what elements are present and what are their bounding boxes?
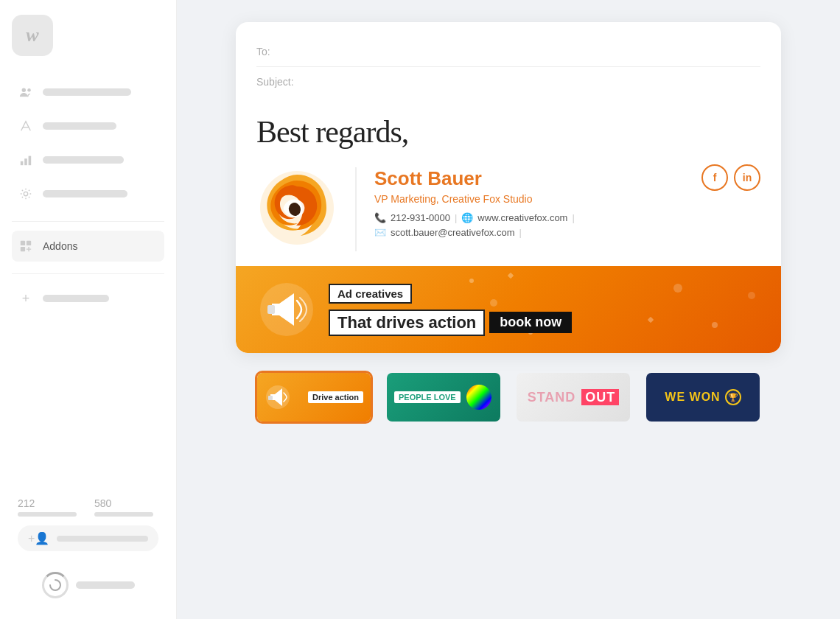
svg-rect-4	[29, 156, 32, 166]
thumbnail-we-won[interactable]: WE WON 🏆	[644, 371, 762, 424]
users-icon	[18, 84, 34, 100]
svg-rect-3	[24, 158, 27, 165]
sig-title: VP Marketing, Creative Fox Studio	[374, 193, 760, 205]
thumbnail-drive-action[interactable]: Drive action	[255, 371, 373, 424]
thumb-people-label: PEOPLE LOVE	[394, 391, 461, 403]
svg-rect-6	[21, 241, 25, 245]
main-content: To: Subject: Best regards,	[177, 0, 840, 619]
sidebar-item-label	[43, 88, 131, 96]
thumb-wewon-label: WE WON	[665, 391, 720, 404]
svg-point-11	[469, 279, 474, 283]
svg-point-14	[673, 284, 682, 293]
sidebar-add-item[interactable]: +	[12, 283, 164, 314]
subject-label: Subject:	[256, 76, 294, 88]
email-greeting: Best regards,	[256, 114, 760, 150]
design-icon	[18, 118, 34, 134]
svg-point-24	[466, 385, 491, 410]
email-header: To: Subject:	[236, 22, 781, 97]
sig-email: scott.bauer@creativefox.com	[391, 227, 515, 238]
gear-icon	[18, 186, 34, 202]
svg-point-5	[24, 192, 27, 195]
banner-cta: book now	[489, 312, 572, 333]
web-icon: 🌐	[461, 212, 473, 223]
signature-divider	[355, 167, 357, 251]
sidebar-item-design[interactable]	[12, 111, 164, 141]
to-label: To:	[256, 46, 270, 57]
svg-rect-2	[21, 161, 24, 165]
phone-icon: 📞	[374, 212, 386, 223]
company-logo	[256, 167, 337, 251]
svg-rect-18	[508, 273, 514, 279]
sig-phone: 212-931-0000	[391, 212, 450, 223]
banner-text-block: Ad creatives That drives action book now	[329, 284, 572, 336]
stat-bar-1	[18, 512, 77, 517]
linkedin-button[interactable]: in	[734, 164, 760, 191]
svg-point-16	[748, 292, 755, 299]
svg-rect-23	[268, 396, 273, 400]
sidebar-item-label	[43, 122, 116, 130]
svg-point-0	[22, 88, 26, 92]
logo-letter: w	[26, 24, 38, 46]
svg-rect-19	[648, 317, 654, 323]
stat-num-1: 212	[18, 497, 77, 509]
thumbnail-strip: Drive action PEOPLE LOVE	[255, 371, 762, 424]
member-label-bar	[57, 536, 148, 542]
trophy-icon: 🏆	[725, 389, 741, 405]
sidebar-divider	[12, 221, 164, 222]
svg-rect-21	[267, 305, 275, 314]
sidebar-item-addons[interactable]: Addons	[12, 231, 164, 262]
sig-phone-row: 📞 212-931-0000 | 🌐 www.creativefox.com |	[374, 212, 760, 223]
add-icon: +	[18, 290, 34, 307]
signature-info: Scott Bauer f in VP Marketing, Creative …	[374, 167, 760, 238]
sidebar-stats: 212 580 +👤	[12, 489, 164, 560]
sig-name: Scott Bauer	[374, 167, 482, 190]
sidebar-divider-2	[12, 273, 164, 274]
email-preview-card: To: Subject: Best regards,	[236, 22, 781, 353]
svg-point-15	[712, 322, 718, 328]
svg-point-1	[27, 88, 31, 92]
banner-megaphone	[253, 276, 320, 343]
add-item-label	[43, 295, 109, 302]
sig-website: www.creativefox.com	[477, 212, 567, 223]
analytics-icon	[18, 152, 34, 168]
spinner-icon	[42, 572, 69, 598]
email-to-field[interactable]: To:	[256, 37, 760, 67]
facebook-button[interactable]: f	[701, 164, 728, 191]
sidebar-footer	[12, 560, 164, 604]
sidebar-item-label	[43, 156, 124, 164]
add-member-icon: +👤	[28, 531, 49, 545]
thumbnail-people-love[interactable]: PEOPLE LOVE	[385, 371, 503, 424]
addons-icon	[18, 238, 34, 254]
sig-social-links: f in	[701, 164, 760, 191]
email-body: Best regards,	[236, 97, 781, 266]
thumbnail-stand-out[interactable]: STAND OUT	[514, 371, 632, 424]
sidebar-add-member[interactable]: +👤	[18, 525, 158, 551]
banner-tag: Ad creatives	[329, 284, 412, 304]
app-logo[interactable]: w	[12, 15, 53, 56]
sidebar-item-analytics[interactable]	[12, 144, 164, 175]
sidebar-item-users[interactable]	[12, 77, 164, 108]
email-signature: Scott Bauer f in VP Marketing, Creative …	[256, 167, 760, 266]
svg-rect-7	[27, 241, 31, 245]
stat-num-2: 580	[94, 497, 153, 509]
sig-contact: 📞 212-931-0000 | 🌐 www.creativefox.com |…	[374, 212, 760, 238]
email-banner: Ad creatives That drives action book now	[236, 266, 781, 353]
sidebar-item-settings[interactable]	[12, 178, 164, 209]
thumb-standout-label: STAND OUT	[528, 390, 620, 405]
addons-label: Addons	[43, 240, 77, 252]
svg-rect-8	[21, 247, 25, 251]
sig-company: Creative Fox Studio	[442, 193, 533, 205]
thumb-drive-label: Drive action	[308, 391, 363, 403]
stat-bar-2	[94, 512, 153, 517]
sidebar-item-label	[43, 190, 127, 197]
sig-email-row: ✉️ scott.bauer@creativefox.com |	[374, 227, 760, 238]
sidebar: w Addons +	[0, 0, 177, 619]
footer-label	[76, 581, 135, 589]
email-icon: ✉️	[374, 227, 386, 238]
banner-headline: That drives action	[329, 310, 485, 336]
email-subject-field[interactable]: Subject:	[256, 67, 760, 97]
